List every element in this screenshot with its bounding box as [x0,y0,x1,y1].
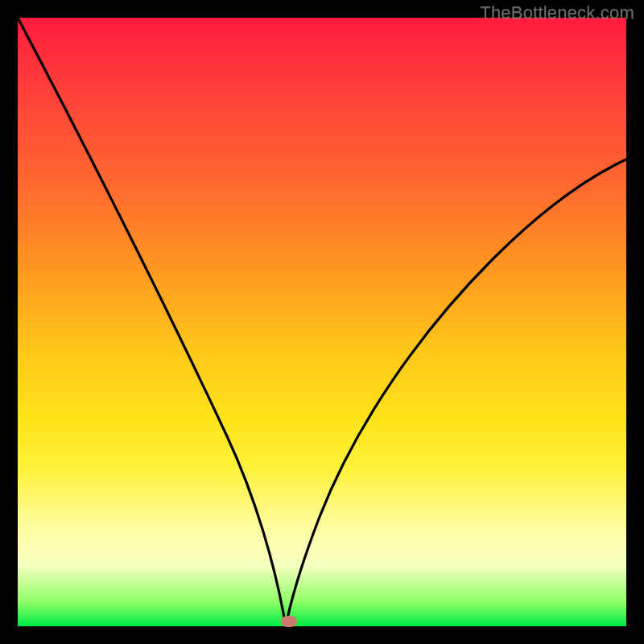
plot-area [18,18,626,626]
curve-path [18,18,626,626]
watermark-text: TheBottleneck.com [480,2,634,23]
optimal-marker [281,616,297,627]
bottleneck-curve [18,18,626,626]
outer-frame: TheBottleneck.com [0,0,644,644]
